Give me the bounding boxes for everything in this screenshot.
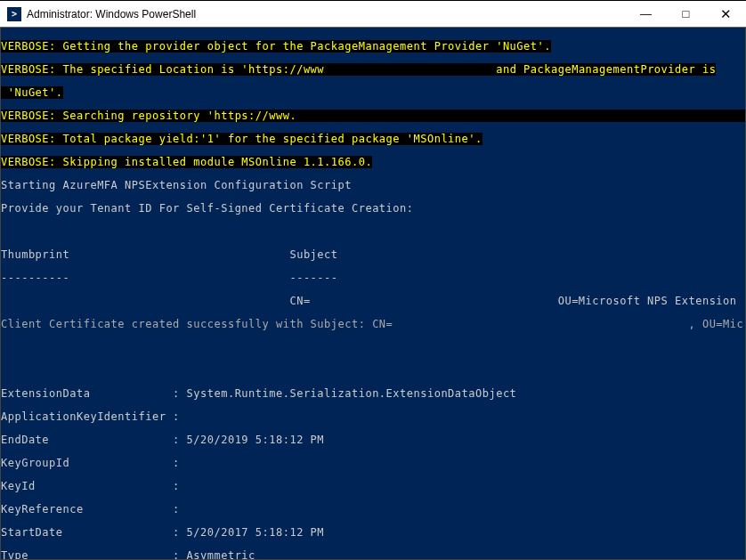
verbose-line: VERBOSE: Total package yield:'1' for the… xyxy=(1,133,482,145)
table-row: CN= OU=Microsoft NPS Extension xyxy=(1,296,745,307)
field-type: Type : Asymmetric xyxy=(1,550,745,560)
powershell-icon: > xyxy=(7,7,21,21)
field-keygroupid: KeyGroupId : xyxy=(1,458,745,469)
output-line: Starting AzureMFA NPSExtension Configura… xyxy=(1,180,745,191)
titlebar[interactable]: > Administrator: Windows PowerShell — □ … xyxy=(0,1,746,28)
powershell-window: > Administrator: Windows PowerShell — □ … xyxy=(0,0,746,560)
verbose-line: VERBOSE: The specified Location is 'http… xyxy=(1,63,716,76)
verbose-line: 'NuGet'. xyxy=(1,86,63,99)
terminal-output[interactable]: VERBOSE: Getting the provider object for… xyxy=(0,28,746,560)
maximize-button[interactable]: □ xyxy=(666,1,706,27)
table-divider: ---------- ------- xyxy=(1,272,745,284)
table-header: Thumbprint Subject xyxy=(1,249,745,261)
output-line: Client Certificate created successfully … xyxy=(1,319,745,330)
field-appkeyidentifier: ApplicationKeyIdentifier : xyxy=(1,411,745,423)
field-startdate: StartDate : 5/20/2017 5:18:12 PM xyxy=(1,527,745,539)
field-extensiondata: ExtensionData : System.Runtime.Serializa… xyxy=(1,388,745,400)
verbose-line: VERBOSE: Skipping installed module MSOnl… xyxy=(1,156,372,168)
field-enddate: EndDate : 5/20/2019 5:18:12 PM xyxy=(1,434,745,446)
field-keyid: KeyId : xyxy=(1,481,745,492)
verbose-line: VERBOSE: Getting the provider object for… xyxy=(1,40,551,53)
window-title: Administrator: Windows PowerShell xyxy=(27,8,626,20)
output-line: Provide your Tenant ID For Self-Signed C… xyxy=(1,203,745,215)
minimize-button[interactable]: — xyxy=(626,1,666,27)
field-keyreference: KeyReference : xyxy=(1,504,745,515)
close-button[interactable]: ✕ xyxy=(706,1,746,27)
verbose-line: VERBOSE: Searching repository 'https://w… xyxy=(1,110,746,122)
